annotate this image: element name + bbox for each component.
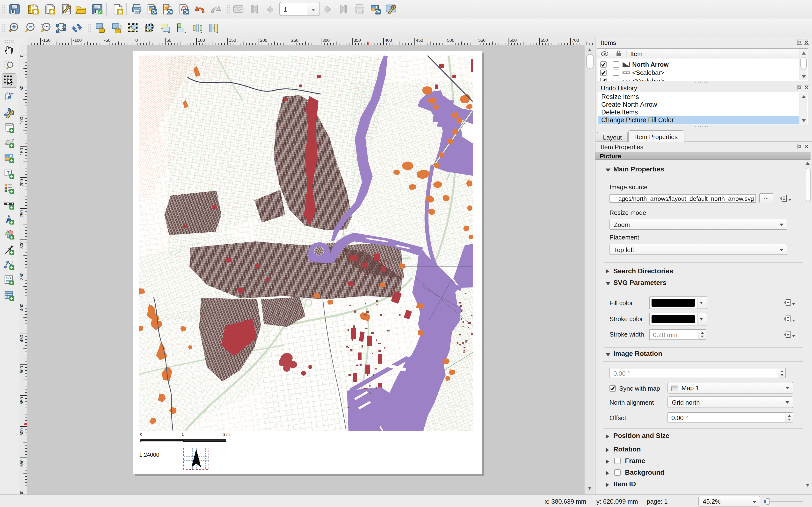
svg-text:1: 1 (182, 432, 184, 436)
svg-text:550: 550 (19, 397, 24, 404)
svg-text:100: 100 (19, 117, 24, 124)
svg-text:500: 500 (19, 366, 24, 373)
svg-text:150: 150 (19, 148, 24, 155)
svg-text:1:1: 1:1 (44, 25, 49, 29)
svg-text:50: 50 (166, 38, 171, 43)
svg-text:600: 600 (19, 428, 24, 436)
svg-text:0: 0 (135, 38, 138, 43)
svg-text:650: 650 (541, 38, 548, 43)
svg-text:</>: </> (6, 276, 12, 280)
svg-text:250: 250 (291, 38, 298, 43)
svg-text:500: 500 (447, 38, 454, 43)
svg-text:550: 550 (478, 38, 486, 43)
svg-text:50: 50 (19, 86, 24, 91)
svg-text:T: T (7, 170, 10, 175)
svg-text:600: 600 (509, 38, 517, 43)
svg-text:250: 250 (19, 210, 24, 218)
svg-text:0: 0 (140, 432, 142, 436)
svg-text:-50: -50 (104, 38, 110, 43)
svg-text:200: 200 (260, 38, 267, 43)
svg-text:0: 0 (19, 55, 24, 57)
svg-text:100: 100 (198, 38, 205, 43)
svg-text:650: 650 (19, 459, 24, 467)
svg-text:400: 400 (19, 304, 24, 311)
svg-text:700: 700 (19, 491, 24, 495)
svg-text:150: 150 (229, 38, 236, 43)
svg-text:350: 350 (19, 273, 24, 280)
svg-text:300: 300 (19, 241, 24, 249)
svg-text:2 mi: 2 mi (223, 432, 230, 436)
svg-text:N: N (7, 215, 10, 219)
svg-text:700: 700 (572, 38, 579, 43)
svg-text:200: 200 (19, 179, 24, 186)
svg-text:350: 350 (354, 38, 361, 43)
svg-text:450: 450 (416, 38, 423, 43)
svg-text:-100: -100 (73, 38, 82, 43)
svg-text:-150: -150 (42, 38, 51, 43)
svg-text:400: 400 (385, 38, 392, 43)
svg-text:300: 300 (322, 38, 329, 43)
svg-text:450: 450 (19, 335, 24, 342)
